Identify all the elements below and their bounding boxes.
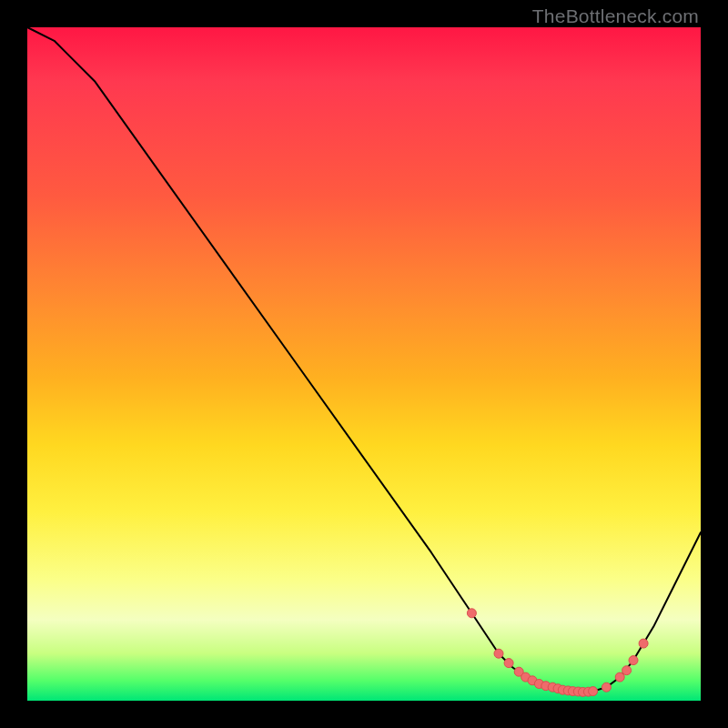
highlight-dot (494, 649, 503, 658)
highlight-dot (639, 639, 648, 648)
chart-svg (27, 27, 701, 701)
highlight-dot (615, 672, 624, 682)
highlight-dot (622, 666, 632, 675)
highlighted-points (467, 609, 648, 697)
highlight-dot (629, 656, 638, 665)
watermark-text: TheBottleneck.com (532, 5, 699, 27)
highlight-dot (589, 687, 598, 696)
highlight-dot (602, 682, 611, 692)
highlight-dot (504, 659, 513, 668)
plot-area (27, 27, 701, 701)
chart-frame: TheBottleneck.com (0, 0, 728, 728)
highlight-dot (467, 609, 476, 618)
bottleneck-curve (27, 27, 701, 692)
